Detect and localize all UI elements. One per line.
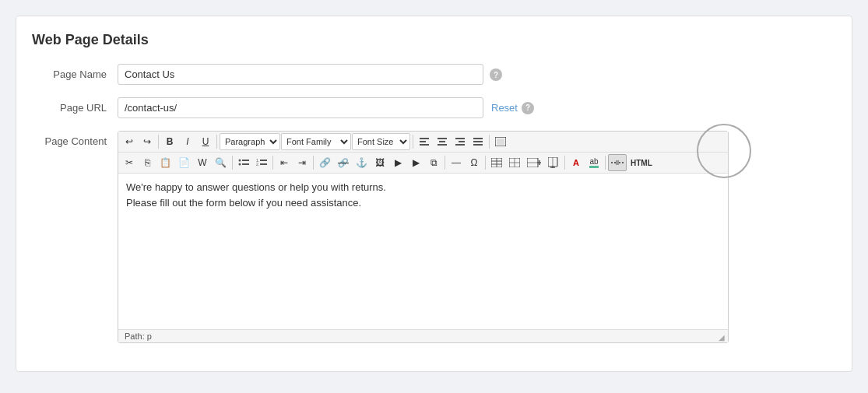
page-content-label: Page Content [32,131,118,147]
separator9 [485,156,486,170]
separator6 [272,156,273,170]
svg-rect-3 [438,138,447,139]
italic-button[interactable]: I [179,133,196,150]
find-replace-button[interactable]: 🔍 [212,154,230,171]
cell-button[interactable] [506,154,523,171]
fullscreen-button[interactable] [492,133,509,150]
toolbar-row2: ✂ ⎘ 📋 📄 W 🔍 1.2. ⇤ ⇥ 🔗 🔗 [118,153,728,174]
page-url-row: Page URL Reset ? [32,97,836,118]
url-row-inner: Reset ? [118,97,534,118]
svg-rect-15 [242,160,249,161]
svg-rect-38 [616,160,619,165]
resize-handle[interactable]: ◢ [719,333,726,341]
insert-widget-button[interactable]: ⧉ [425,154,442,171]
svg-rect-17 [242,163,249,165]
page-container: Web Page Details Page Name ? Page URL Re… [16,16,852,372]
page-url-label: Page URL [32,97,118,114]
svg-rect-0 [420,138,429,139]
font-color-button[interactable]: A [568,154,585,171]
anchor-button[interactable]: ⚓ [353,154,371,171]
indent-button[interactable]: ⇥ [293,154,311,171]
separator5 [232,156,233,170]
undo-button[interactable]: ↩ [121,133,138,150]
separator11 [605,156,606,170]
svg-rect-1 [420,141,426,142]
remove-link-button[interactable]: 🔗 [335,154,352,171]
svg-rect-9 [473,138,483,139]
page-url-help-icon[interactable]: ? [522,102,534,114]
redo-button[interactable]: ↪ [139,133,156,150]
separator8 [445,156,445,170]
insert-flash-button[interactable]: ▶ [389,154,406,171]
svg-point-16 [239,163,241,166]
paste-word-button[interactable]: W [194,154,211,171]
svg-rect-8 [455,144,465,146]
ordered-list-button[interactable]: 1.2. [253,154,270,171]
page-title: Web Page Details [32,32,836,48]
editor-text-line1: We're happy to answer questions or help … [126,181,386,193]
svg-rect-11 [473,144,483,146]
separator7 [313,156,314,170]
font-family-select[interactable]: Font Family Arial Times New Roman Georgi… [281,133,351,150]
copy-button[interactable]: ⎘ [139,154,156,171]
reset-link[interactable]: Reset [491,102,518,114]
row-button[interactable] [524,154,544,171]
separator4 [489,135,490,149]
cut-button[interactable]: ✂ [121,154,138,171]
table-button[interactable] [488,154,505,171]
svg-rect-6 [455,138,465,139]
page-name-row: Page Name ? [32,64,836,85]
svg-point-14 [239,160,241,162]
align-left-button[interactable] [416,133,433,150]
separator2 [216,135,217,149]
page-url-input[interactable] [118,97,483,118]
editor-text-line2: Please fill out the form below if you ne… [126,197,361,209]
special-char-button[interactable]: Ω [466,154,483,171]
separator1 [158,135,159,149]
svg-rect-21 [260,163,267,165]
page-name-input[interactable] [118,64,483,85]
align-justify-button[interactable] [469,133,487,150]
page-break-button[interactable] [608,154,627,171]
html-button[interactable]: HTML [627,154,655,171]
align-center-button[interactable] [434,133,451,150]
insert-link-button[interactable]: 🔗 [316,154,334,171]
font-size-select[interactable]: Font Size 8pt 10pt 12pt 14pt [352,133,410,150]
page-content-row: Page Content ↩ ↪ B I U Paragraph Heading… [32,131,836,343]
separator3 [413,135,413,149]
bold-button[interactable]: B [161,133,178,150]
svg-rect-7 [459,141,465,142]
separator10 [564,156,565,170]
editor-path-bar: Path: p [118,329,728,342]
svg-rect-13 [497,139,504,145]
editor-content-area[interactable]: We're happy to answer questions or help … [118,174,728,329]
unordered-list-button[interactable] [235,154,252,171]
insert-image-button[interactable]: 🖼 [371,154,388,171]
underline-button[interactable]: U [197,133,214,150]
col-button[interactable] [545,154,562,171]
svg-rect-10 [473,141,483,142]
insert-video-button[interactable]: ▶ [407,154,424,171]
page-name-help-icon[interactable]: ? [490,68,502,81]
svg-rect-2 [420,144,429,146]
bg-color-button[interactable]: ab [585,154,603,171]
content-editor-wrapper: ↩ ↪ B I U Paragraph Heading 1 Heading 2 … [118,131,729,343]
paste-button[interactable]: 📋 [156,154,174,171]
paragraph-select[interactable]: Paragraph Heading 1 Heading 2 Heading 3 [220,133,280,150]
hr-button[interactable]: — [448,154,465,171]
page-name-label: Page Name [32,64,118,80]
svg-text:2.: 2. [256,162,259,167]
align-right-button[interactable] [452,133,469,150]
outdent-button[interactable]: ⇤ [276,154,293,171]
paste-text-button[interactable]: 📄 [175,154,193,171]
svg-rect-4 [439,141,445,142]
toolbar-row1: ↩ ↪ B I U Paragraph Heading 1 Heading 2 … [118,132,728,153]
svg-rect-19 [260,160,267,161]
editor-path-text: Path: p [125,332,152,341]
svg-rect-5 [438,144,447,146]
